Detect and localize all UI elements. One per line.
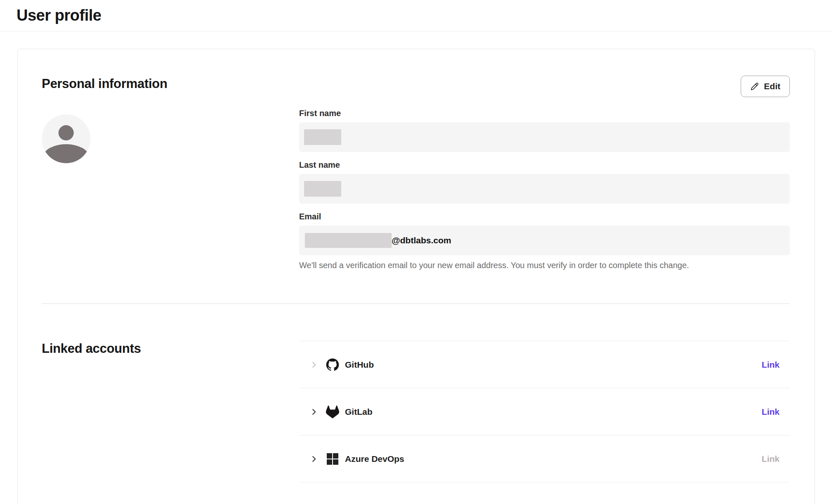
person-icon-shoulders — [43, 144, 89, 163]
linked-account-row-gitlab: GitLab Link — [299, 388, 790, 435]
edit-button[interactable]: Edit — [741, 76, 790, 97]
email-visible-domain: @dbtlabs.com — [392, 235, 451, 245]
last-name-redacted-value — [304, 181, 341, 197]
gitlab-icon — [326, 405, 339, 418]
page-title: User profile — [17, 7, 101, 24]
linked-account-row-azure-devops: Azure DevOps Link — [299, 435, 790, 483]
first-name-field[interactable] — [299, 122, 790, 152]
edit-button-label: Edit — [764, 81, 780, 91]
chevron-right-icon[interactable] — [309, 407, 319, 416]
linked-accounts-section: Linked accounts GitHub Link — [42, 304, 790, 483]
first-name-redacted-value — [304, 129, 341, 145]
gitlab-link-action[interactable]: Link — [762, 407, 780, 417]
first-name-label: First name — [299, 109, 790, 118]
personal-information-body: First name Last name Email @dbtlabs.com … — [42, 109, 790, 270]
last-name-label: Last name — [299, 160, 790, 170]
linked-accounts-list: GitHub Link GitLab Link — [299, 341, 790, 483]
linked-account-row-github: GitHub Link — [299, 341, 790, 388]
linked-accounts-heading: Linked accounts — [42, 340, 299, 357]
chevron-right-icon[interactable] — [309, 454, 319, 464]
personal-information-header: Personal information Edit — [42, 49, 790, 97]
email-redacted-value — [305, 233, 392, 248]
avatar — [42, 114, 90, 163]
azure-devops-link-action: Link — [762, 454, 780, 464]
person-icon — [59, 125, 74, 140]
personal-form: First name Last name Email @dbtlabs.com … — [299, 109, 790, 270]
pencil-icon — [750, 82, 759, 91]
chevron-right-icon[interactable] — [309, 360, 319, 369]
email-field[interactable]: @dbtlabs.com — [299, 226, 790, 255]
provider-name: GitLab — [345, 407, 373, 417]
email-help-text: We'll send a verification email to your … — [299, 261, 790, 270]
provider-name: Azure DevOps — [345, 454, 404, 464]
avatar-column — [42, 109, 299, 270]
personal-information-heading: Personal information — [42, 76, 167, 92]
email-label: Email — [299, 212, 790, 221]
page-header: User profile — [0, 0, 832, 31]
github-link-action[interactable]: Link — [762, 360, 780, 370]
github-icon — [326, 358, 339, 371]
azure-devops-icon — [326, 452, 339, 466]
last-name-field[interactable] — [299, 174, 790, 204]
linked-accounts-heading-column: Linked accounts — [42, 304, 299, 483]
provider-name: GitHub — [345, 360, 374, 370]
user-profile-card: Personal information Edit First name — [17, 49, 815, 504]
